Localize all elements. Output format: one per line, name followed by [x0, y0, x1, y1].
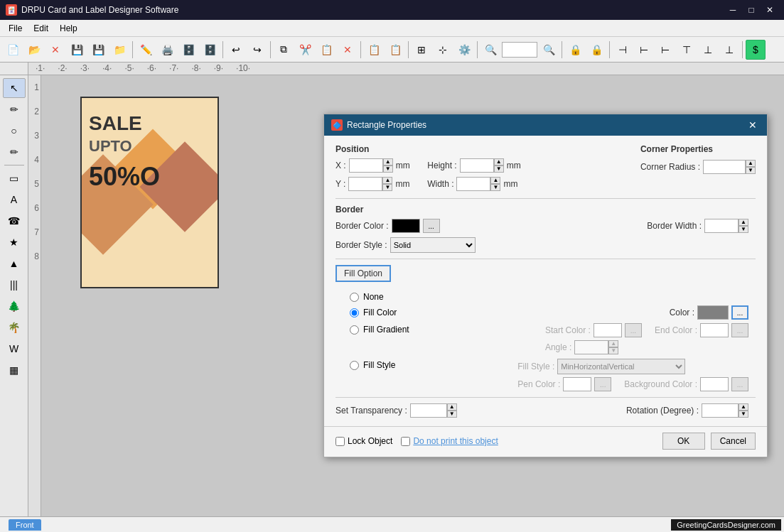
tool-select[interactable]: ↖ [3, 78, 26, 98]
width-input[interactable]: 106 [456, 177, 490, 191]
border-width-down[interactable]: ▼ [739, 226, 748, 233]
toolbar-lock[interactable]: 🔒 [565, 40, 585, 60]
toolbar-save[interactable]: 💾 [67, 40, 87, 60]
fill-gradient-radio[interactable] [350, 325, 359, 335]
toolbar-align-center[interactable]: ⊢ [634, 40, 654, 60]
ok-button[interactable]: OK [662, 433, 705, 450]
no-print-checkbox[interactable] [401, 437, 410, 446]
width-down-arrow[interactable]: ▼ [490, 184, 500, 191]
tool-tree1[interactable]: 🌲 [3, 296, 26, 316]
y-up-arrow[interactable]: ▲ [382, 177, 392, 184]
toolbar-save2[interactable]: 💾 [88, 40, 108, 60]
fill-none-radio[interactable] [350, 293, 359, 302]
lock-object-check[interactable]: Lock Object [335, 436, 392, 446]
height-input[interactable]: 42 [460, 158, 494, 173]
menu-help[interactable]: Help [54, 22, 83, 35]
maximize-button[interactable]: □ [743, 3, 760, 17]
dialog-close-button[interactable]: ✕ [746, 119, 760, 131]
toolbar-open[interactable]: 📂 [24, 40, 44, 60]
toolbar-lock2[interactable]: 🔒 [586, 40, 606, 60]
tool-text[interactable]: A [3, 190, 26, 210]
toolbar-align[interactable]: ⊹ [433, 40, 453, 60]
tool-triangle[interactable]: ▲ [3, 254, 26, 273]
fill-color-label[interactable]: Fill Color [363, 308, 397, 317]
tool-pencil[interactable]: ✏ [3, 142, 26, 162]
toolbar-close[interactable]: ✕ [45, 40, 65, 60]
height-up-arrow[interactable]: ▲ [494, 158, 504, 165]
x-down-arrow[interactable]: ▼ [383, 165, 393, 173]
rotation-down[interactable]: ▼ [739, 411, 748, 418]
height-down-arrow[interactable]: ▼ [494, 165, 504, 173]
toolbar-align-left[interactable]: ⊣ [613, 40, 633, 60]
transparency-up[interactable]: ▲ [447, 403, 457, 411]
minimize-button[interactable]: ─ [724, 3, 741, 17]
toolbar-zoomin[interactable]: 🔍 [480, 40, 500, 60]
toolbar-copy[interactable]: 📋 [316, 40, 336, 60]
no-print-check[interactable]: Do not print this object [401, 436, 498, 446]
tool-grid[interactable]: ▦ [3, 360, 26, 380]
rotation-input[interactable]: 0 [702, 403, 739, 418]
width-up-arrow[interactable]: ▲ [490, 177, 500, 184]
zoom-input[interactable]: 128% [502, 42, 537, 58]
toolbar-paste2[interactable]: 📋 [385, 40, 405, 60]
rotation-up[interactable]: ▲ [739, 403, 748, 411]
fill-style-radio[interactable] [350, 361, 359, 370]
toolbar-align-right[interactable]: ⊢ [655, 40, 675, 60]
x-input[interactable]: 29 [349, 158, 383, 173]
tool-ellipse[interactable]: ○ [3, 121, 26, 141]
border-width-up[interactable]: ▲ [739, 219, 748, 226]
menu-file[interactable]: File [3, 22, 28, 35]
tool-w[interactable]: W [3, 339, 26, 359]
fill-style-label[interactable]: Fill Style [363, 360, 395, 370]
corner-radius-input[interactable]: 0 [703, 160, 746, 174]
toolbar-grid[interactable]: ⊞ [412, 40, 431, 60]
tool-rect[interactable]: ▭ [3, 168, 26, 188]
border-width-input[interactable]: 1 [704, 219, 739, 233]
lock-object-label[interactable]: Lock Object [348, 436, 392, 446]
card-preview[interactable]: SALE UPTO 50%O [80, 97, 219, 288]
toolbar-copy2[interactable]: ⧉ [274, 40, 294, 60]
y-input[interactable]: 101 [348, 177, 382, 191]
fill-color-swatch[interactable] [697, 305, 729, 320]
toolbar-settings[interactable]: ⚙️ [454, 40, 474, 60]
cancel-button[interactable]: Cancel [711, 433, 756, 450]
no-print-label[interactable]: Do not print this object [413, 436, 498, 446]
toolbar-undo[interactable]: ↩ [226, 40, 246, 60]
corner-radius-up[interactable]: ▲ [746, 160, 756, 167]
toolbar-db2[interactable]: 🗄️ [200, 40, 220, 60]
toolbar-paste[interactable]: 📋 [364, 40, 384, 60]
toolbar-zoomout[interactable]: 🔍 [539, 40, 559, 60]
toolbar-edit[interactable]: ✏️ [136, 40, 156, 60]
x-up-arrow[interactable]: ▲ [383, 158, 393, 165]
lock-object-checkbox[interactable] [335, 437, 345, 446]
toolbar-folder[interactable]: 📁 [109, 40, 129, 60]
border-style-select[interactable]: Solid [390, 237, 476, 253]
fill-color-browse[interactable]: ... [731, 305, 748, 320]
corner-radius-down[interactable]: ▼ [746, 167, 756, 174]
border-color-swatch[interactable] [392, 219, 420, 233]
toolbar-dollar[interactable]: $ [746, 40, 766, 60]
fill-color-radio[interactable] [350, 308, 359, 317]
border-color-browse[interactable]: ... [423, 219, 440, 233]
tool-phone[interactable]: ☎ [3, 211, 26, 231]
menu-edit[interactable]: Edit [28, 22, 54, 35]
front-tab[interactable]: Front [9, 519, 41, 531]
toolbar-align-top[interactable]: ⊤ [677, 40, 697, 60]
y-down-arrow[interactable]: ▼ [382, 184, 392, 191]
toolbar-redo[interactable]: ↪ [247, 40, 267, 60]
toolbar-db[interactable]: 🗄️ [178, 40, 198, 60]
transparency-down[interactable]: ▼ [447, 411, 457, 418]
toolbar-new[interactable]: 📄 [3, 40, 23, 60]
fill-option-tab[interactable]: Fill Option [335, 265, 391, 282]
tool-barcode[interactable]: ||| [3, 275, 26, 295]
tool-star[interactable]: ★ [3, 232, 26, 252]
toolbar-align-down[interactable]: ⊥ [719, 40, 739, 60]
tool-pen[interactable]: ✏ [3, 99, 26, 119]
close-button[interactable]: ✕ [761, 3, 778, 17]
tool-tree2[interactable]: 🌴 [3, 317, 26, 337]
fill-gradient-label[interactable]: Fill Gradient [363, 325, 409, 335]
toolbar-print[interactable]: 🖨️ [157, 40, 177, 60]
none-label[interactable]: None [363, 292, 384, 302]
toolbar-cut[interactable]: ✂️ [295, 40, 315, 60]
toolbar-align-bottom[interactable]: ⊥ [698, 40, 718, 60]
